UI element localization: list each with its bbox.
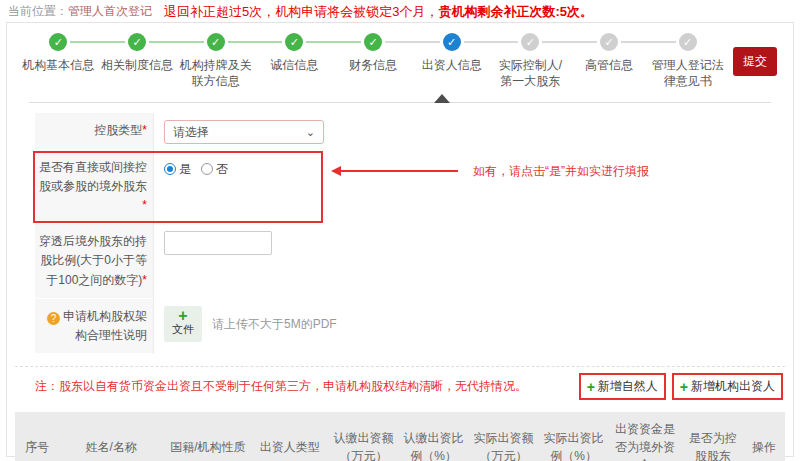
radio-checked-icon[interactable] bbox=[164, 163, 176, 175]
radio-unchecked-icon[interactable] bbox=[201, 163, 213, 175]
step-label: 实际控制人/第一大股东 bbox=[491, 57, 570, 89]
add-institution-investor-button[interactable]: + 新增机构出资人 bbox=[672, 373, 783, 400]
file-button-label: 文件 bbox=[172, 322, 194, 337]
annotation-text: 如有，请点击“是”并如实进行填报 bbox=[473, 163, 649, 180]
radio-label: 是 bbox=[179, 161, 191, 178]
step-financial-info[interactable]: ✓ 财务信息 bbox=[334, 33, 413, 77]
step-label: 财务信息 bbox=[334, 57, 413, 73]
page: 当前位置：管理人首次登记 退回补正超过5次，机构申请将会被锁定3个月，贵机构剩余… bbox=[0, 0, 800, 461]
form-row-penetration-ratio: 穿透后境外股东的持股比例(大于0小于等于100之间的数字)* bbox=[35, 224, 775, 299]
col-operation: 操作 bbox=[743, 412, 785, 461]
select-value: 请选择 bbox=[173, 124, 209, 141]
penetration-ratio-input[interactable] bbox=[164, 231, 272, 255]
warning-text: 退回补正超过5次，机构申请将会被锁定3个月， bbox=[164, 4, 438, 19]
required-mark: * bbox=[142, 123, 147, 137]
add-natural-person-label: 新增自然人 bbox=[598, 378, 658, 395]
plus-icon: + bbox=[178, 310, 187, 322]
col-nationality: 国籍/机构性质 bbox=[164, 412, 252, 461]
file-upload-button[interactable]: + 文件 bbox=[164, 306, 202, 342]
radio-option-yes[interactable]: 是 bbox=[164, 161, 191, 178]
field-label-text: 穿透后境外股东的持股比例(大于0小于等于100之间的数字) bbox=[39, 234, 147, 286]
add-buttons: + 新增自然人 + 新增机构出资人 bbox=[579, 373, 783, 400]
step-label: 高管信息 bbox=[570, 57, 649, 73]
form-row-equity-structure-file: ?申请机构股权架构合理性说明 + 文件 请上传不大于5M的PDF bbox=[35, 299, 775, 354]
plus-icon: + bbox=[587, 382, 595, 392]
step-integrity-info[interactable]: ✓ 诚信信息 bbox=[255, 33, 334, 77]
step-basic-info[interactable]: ✓ 机构基本信息 bbox=[19, 33, 98, 77]
step-todo-icon: ✓ bbox=[600, 33, 618, 51]
add-institution-investor-label: 新增机构出资人 bbox=[691, 378, 775, 395]
foreign-shareholder-radio-group: 是 否 bbox=[164, 161, 228, 178]
check-icon: ✓ bbox=[290, 37, 299, 48]
required-mark: * bbox=[142, 198, 147, 212]
field-label: 控股类型* bbox=[35, 113, 153, 149]
step-label: 相关制度信息 bbox=[98, 57, 177, 73]
warning-message: 退回补正超过5次，机构申请将会被锁定3个月，贵机构剩余补正次数:5次。 bbox=[164, 3, 593, 21]
radio-label: 否 bbox=[216, 161, 228, 178]
warning-remaining-count: 贵机构剩余补正次数:5次。 bbox=[438, 4, 593, 19]
step-label: 出资人信息 bbox=[412, 57, 491, 73]
col-foreign-funds: 出资资金是否为境外资金 bbox=[607, 412, 682, 461]
field-label-text: 是否有直接或间接控股或参股的境外股东 bbox=[39, 160, 147, 193]
field-value-cell: + 文件 请上传不大于5M的PDF bbox=[153, 299, 775, 354]
breadcrumb-prefix: 当前位置： bbox=[8, 4, 68, 18]
chevron-down-icon: ⌄ bbox=[306, 126, 315, 139]
check-icon: ✓ bbox=[211, 37, 220, 48]
top-bar: 当前位置：管理人首次登记 退回补正超过5次，机构申请将会被锁定3个月，贵机构剩余… bbox=[0, 0, 800, 22]
submit-button[interactable]: 提交 bbox=[733, 47, 777, 76]
plus-icon: + bbox=[680, 382, 688, 392]
col-investor-type: 出资人类型 bbox=[252, 412, 327, 461]
field-label-text: 申请机构股权架构合理性说明 bbox=[63, 309, 147, 342]
col-name: 姓名/名称 bbox=[59, 412, 164, 461]
field-value-cell: 是 否 bbox=[153, 150, 775, 225]
step-label: 机构持牌及关联方信息 bbox=[176, 57, 255, 89]
field-value-cell bbox=[153, 224, 775, 299]
col-subscribed-pct: 认缴出资比例（%） bbox=[400, 412, 468, 461]
file-upload-hint: 请上传不大于5M的PDF bbox=[212, 316, 337, 333]
check-icon: ✓ bbox=[54, 37, 63, 48]
note-text: 注：股东以自有货币资金出资且不受制于任何第三方，申请机构股权结构清晰，无代持情况… bbox=[35, 378, 527, 395]
current-step-pointer bbox=[434, 94, 450, 103]
check-icon: ✓ bbox=[683, 37, 692, 48]
add-natural-person-button[interactable]: + 新增自然人 bbox=[579, 373, 666, 400]
col-actual-pct: 实际出资比例（%） bbox=[540, 412, 608, 461]
col-actual-amt: 实际出资额（万元） bbox=[467, 412, 539, 461]
step-system-info[interactable]: ✓ 相关制度信息 bbox=[98, 33, 177, 77]
field-value-cell: 请选择 ⌄ bbox=[153, 113, 775, 149]
check-icon: ✓ bbox=[447, 37, 456, 48]
check-icon: ✓ bbox=[368, 37, 377, 48]
holding-type-select[interactable]: 请选择 ⌄ bbox=[164, 120, 324, 144]
col-controlling: 是否为控股股东 bbox=[683, 412, 743, 461]
required-mark: * bbox=[142, 273, 147, 287]
investor-table: 序号 姓名/名称 国籍/机构性质 出资人类型 认缴出资额（万元） 认缴出资比例（… bbox=[15, 412, 785, 461]
field-label: 是否有直接或间接控股或参股的境外股东* bbox=[35, 150, 153, 225]
col-index: 序号 bbox=[15, 412, 59, 461]
step-label: 诚信信息 bbox=[255, 57, 334, 73]
step-label: 机构基本信息 bbox=[19, 57, 98, 73]
step-executives-info[interactable]: ✓ 高管信息 bbox=[570, 33, 649, 77]
step-done-icon: ✓ bbox=[364, 33, 382, 51]
stepper-divider bbox=[29, 95, 771, 103]
step-legal-opinion[interactable]: ✓ 管理人登记法律意见书 bbox=[648, 33, 727, 93]
radio-option-no[interactable]: 否 bbox=[201, 161, 228, 178]
step-done-icon: ✓ bbox=[207, 33, 225, 51]
col-subscribed-amt: 认缴出资额（万元） bbox=[327, 412, 399, 461]
form-row-holding-type: 控股类型* 请选择 ⌄ bbox=[35, 113, 775, 149]
step-todo-icon: ✓ bbox=[679, 33, 697, 51]
breadcrumb-current[interactable]: 管理人首次登记 bbox=[68, 4, 152, 18]
question-icon[interactable]: ? bbox=[47, 312, 60, 325]
investor-form: 控股类型* 请选择 ⌄ 是否有直接或间接控股或参股的境外股东* bbox=[35, 113, 775, 354]
check-icon: ✓ bbox=[526, 37, 535, 48]
form-row-foreign-shareholder: 是否有直接或间接控股或参股的境外股东* 是 否 bbox=[35, 150, 775, 225]
red-arrow-left-icon bbox=[340, 170, 458, 172]
field-label-text: 控股类型 bbox=[94, 123, 142, 137]
step-todo-icon: ✓ bbox=[521, 33, 539, 51]
step-current-icon: ✓ bbox=[443, 33, 461, 51]
table-header-row: 序号 姓名/名称 国籍/机构性质 出资人类型 认缴出资额（万元） 认缴出资比例（… bbox=[15, 412, 785, 461]
step-done-icon: ✓ bbox=[49, 33, 67, 51]
step-investor-info[interactable]: ✓ 出资人信息 bbox=[412, 33, 491, 77]
check-icon: ✓ bbox=[132, 37, 141, 48]
step-done-icon: ✓ bbox=[285, 33, 303, 51]
check-icon: ✓ bbox=[604, 37, 613, 48]
step-label: 管理人登记法律意见书 bbox=[648, 57, 727, 89]
